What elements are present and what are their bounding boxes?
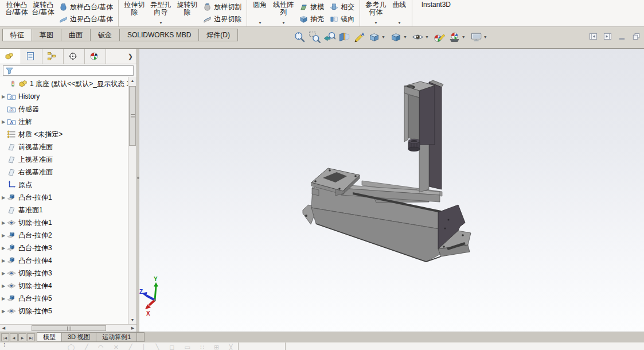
draft-button[interactable]: 拔模	[299, 1, 324, 13]
view-annotations-button[interactable]	[353, 31, 365, 43]
scrollbar-track[interactable]	[7, 325, 129, 332]
tree-item-boss-extrude3[interactable]: ▶凸台-拉伸3	[0, 242, 128, 254]
curves-button[interactable]: 曲线▼	[389, 0, 409, 26]
revolved-cut-button[interactable]: 旋转切除	[174, 0, 200, 26]
tree-item-front-plane[interactable]: 前视基准面	[0, 141, 128, 153]
last-tab-button[interactable]: ▶|	[27, 333, 35, 341]
tree-item-plane1[interactable]: 基准面1	[0, 204, 128, 216]
boundary-cut-button[interactable]: 边界切除	[203, 13, 241, 25]
reference-geometry-button[interactable]: 参考几何体▼	[362, 0, 389, 26]
intersect-button[interactable]: 相交	[330, 1, 354, 13]
tree-item-origin[interactable]: 原点	[0, 178, 128, 191]
lofted-cut-button[interactable]: 放样切割	[203, 1, 241, 13]
panel-tabs-overflow[interactable]: ❯	[106, 49, 136, 64]
tab-dimxpert-manager[interactable]	[64, 49, 85, 64]
tree-vertical-scrollbar[interactable]: ▲ ▼	[128, 77, 136, 324]
tree-item-boss-extrude2[interactable]: ▶凸台-拉伸2	[0, 229, 128, 242]
dropdown-arrow-icon[interactable]: ▼	[374, 21, 378, 25]
tree-item-history[interactable]: ▶History	[0, 90, 128, 103]
dropdown-arrow-icon[interactable]: ▼	[425, 35, 429, 39]
extruded-boss-button[interactable]: 拉伸凸台/基体	[3, 0, 30, 26]
tab-3d-views[interactable]: 3D 视图	[61, 332, 96, 342]
scrollbar-thumb[interactable]	[129, 86, 136, 146]
first-tab-button[interactable]: |◀	[1, 333, 9, 341]
expander-icon[interactable]: ▶	[0, 220, 7, 225]
tree-item-cut-extrude3[interactable]: ▶切除-拉伸3	[0, 267, 128, 279]
scrollbar-thumb[interactable]	[32, 325, 106, 331]
extruded-cut-button[interactable]: 拉伸切除	[121, 0, 147, 26]
zoom-to-fit-button[interactable]	[294, 31, 306, 43]
dropdown-arrow-icon[interactable]: ▼	[381, 35, 385, 39]
section-view-button[interactable]	[338, 31, 350, 43]
scroll-down-icon[interactable]: ▼	[128, 316, 136, 324]
dropdown-arrow-icon[interactable]: ▼	[483, 35, 487, 39]
prev-tab-button[interactable]: ◀	[10, 333, 18, 341]
expander-icon[interactable]: ▶	[0, 258, 7, 263]
tree-item-sensors[interactable]: 传感器	[0, 103, 128, 115]
dropdown-arrow-icon[interactable]: ▼	[462, 35, 466, 39]
boundary-boss-button[interactable]: 边界凸台/基体	[59, 13, 113, 25]
hide-show-items-button[interactable]: ▼	[412, 31, 431, 43]
tree-item-boss-extrude4[interactable]: ▶凸台-拉伸4	[0, 254, 128, 267]
tree-item-boss-extrude1[interactable]: ▶凸台-拉伸1	[0, 191, 128, 204]
instant3d-button[interactable]: Instant3D	[415, 0, 457, 26]
dropdown-arrow-icon[interactable]: ▼	[282, 21, 286, 25]
tree-filter-input[interactable]	[3, 65, 134, 76]
tab-solidworks-mbd[interactable]: SOLIDWORKS MBD	[119, 29, 199, 41]
view-settings-button[interactable]: ▼	[470, 31, 489, 43]
expander-icon[interactable]: ▶	[0, 271, 7, 276]
scroll-right-icon[interactable]: ▶	[129, 325, 136, 332]
tree-item-boss-extrude5[interactable]: ▶凸台-拉伸5	[0, 292, 128, 305]
tree-item-annotations[interactable]: ▶注解	[0, 115, 128, 128]
graphics-area[interactable]: Y Z X	[139, 49, 644, 332]
cad-model[interactable]	[303, 80, 471, 262]
linear-pattern-button[interactable]: 线性阵列▼	[270, 0, 296, 26]
tab-weldments[interactable]: 焊件(D)	[198, 29, 238, 41]
tree-item-top-plane[interactable]: 上视基准面	[0, 153, 128, 166]
revolved-boss-button[interactable]: 旋转凸台/基体	[30, 0, 56, 26]
dropdown-arrow-icon[interactable]: ▼	[258, 21, 262, 25]
collapse-pane-right-icon[interactable]	[603, 32, 612, 41]
collapse-pane-left-icon[interactable]	[589, 32, 598, 41]
dropdown-arrow-icon[interactable]: ▼	[403, 35, 407, 39]
hole-wizard-button[interactable]: 异型孔向导▼	[147, 0, 174, 26]
tree-item-cut-extrude1[interactable]: ▶切除-拉伸1	[0, 216, 128, 229]
expander-icon[interactable]: ▶	[0, 309, 7, 314]
display-style-button[interactable]: ▼	[390, 31, 409, 43]
scroll-up-icon[interactable]: ▲	[128, 77, 136, 85]
tree-item-cut-extrude4[interactable]: ▶切除-拉伸4	[0, 279, 128, 292]
tree-item-cut-extrude5[interactable]: ▶切除-拉伸5	[0, 305, 128, 317]
view-orientation-button[interactable]: ▼	[368, 31, 387, 43]
next-tab-button[interactable]: ▶	[18, 333, 26, 341]
expander-icon[interactable]: ▶	[0, 195, 7, 200]
previous-view-button[interactable]	[323, 31, 335, 43]
minimize-icon[interactable]	[618, 32, 626, 41]
tab-features[interactable]: 特征	[2, 29, 32, 41]
tree-item-right-plane[interactable]: 右视基准面	[0, 166, 128, 178]
tab-display-manager[interactable]	[85, 49, 106, 64]
tab-sketch[interactable]: 草图	[32, 29, 61, 41]
dropdown-arrow-icon[interactable]: ▼	[159, 21, 163, 25]
scroll-left-icon[interactable]: ◀	[0, 325, 7, 332]
tab-model[interactable]: 模型	[37, 332, 62, 342]
tree-root-item[interactable]: 1 底座 (默认<<默认>_显示状态 1>	[0, 77, 128, 90]
tab-configuration-manager[interactable]	[42, 49, 64, 64]
tab-featuremanager-tree[interactable]	[0, 49, 21, 64]
restore-icon[interactable]	[632, 32, 641, 41]
apply-scene-button[interactable]: ▼	[448, 31, 467, 43]
fillet-button[interactable]: 圆角▼	[249, 0, 270, 26]
expander-icon[interactable]: ▶	[0, 119, 7, 125]
tab-motion-study1[interactable]: 运动算例1	[96, 332, 137, 342]
expander-icon[interactable]: ▶	[0, 233, 7, 238]
tree-item-material[interactable]: 材质 <未指定>	[0, 128, 128, 141]
expander-icon[interactable]: ▶	[0, 283, 7, 289]
lofted-boss-button[interactable]: 放样凸台/基体	[59, 1, 113, 13]
expander-icon[interactable]: ▶	[0, 94, 7, 99]
expander-icon[interactable]: ▶	[0, 246, 7, 251]
tab-property-manager[interactable]	[21, 49, 42, 64]
zoom-to-area-button[interactable]	[309, 31, 321, 43]
mirror-button[interactable]: 镜向	[330, 13, 354, 25]
tab-sheet-metal[interactable]: 钣金	[90, 29, 120, 41]
dropdown-arrow-icon[interactable]: ▼	[397, 21, 401, 25]
edit-appearance-button[interactable]	[434, 31, 446, 43]
